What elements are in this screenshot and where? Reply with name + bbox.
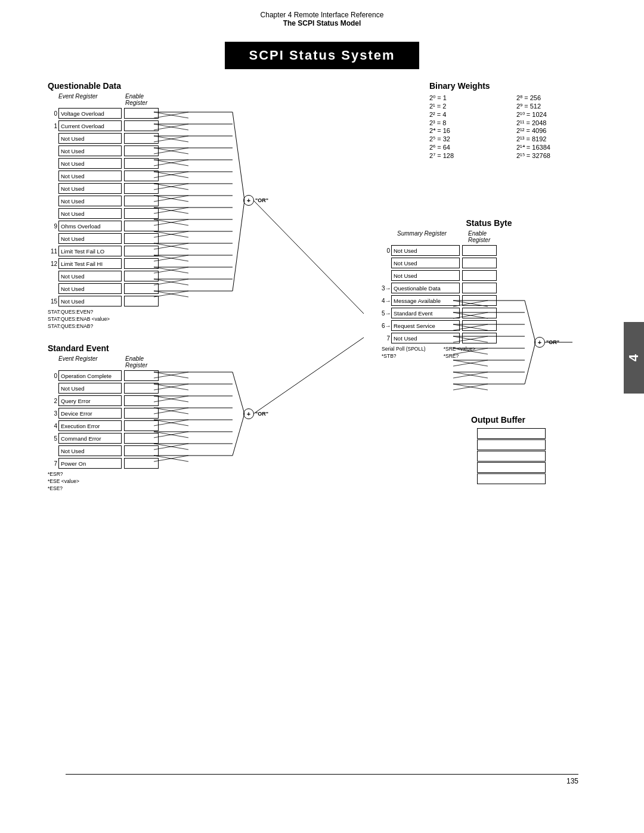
svg-line-101 xyxy=(453,372,488,378)
se-event-cell: Query Error xyxy=(58,395,122,406)
tab-number: 4 xyxy=(626,354,642,361)
bw-entry-left-5: 2⁵ = 32 xyxy=(429,135,509,143)
qd-row-6: Not Used xyxy=(48,182,239,194)
qd-reg-headers: Event Register Enable Register xyxy=(48,93,239,106)
qd-enable-cell xyxy=(124,233,159,244)
qd-enable-cell xyxy=(124,171,159,181)
qd-row-10: Not Used xyxy=(48,233,239,244)
bw-entry-right-7: 2¹⁵ = 32768 xyxy=(516,152,596,160)
qd-en-header: Enable Register xyxy=(125,93,167,106)
qd-enable-cell xyxy=(124,108,159,119)
sb-row-7: 7 Not Used xyxy=(382,332,596,344)
sb-event-cell: Not Used xyxy=(391,333,460,343)
status-byte-section: Status Byte Summary Register Enable Regi… xyxy=(382,218,596,360)
svg-line-18 xyxy=(253,200,364,314)
sb-row-num: 7 xyxy=(382,335,390,342)
qd-enable-cell xyxy=(124,133,159,144)
sb-row-num: 6→ xyxy=(382,323,390,329)
chapter-title: Chapter 4 Remote Interface Reference xyxy=(0,11,644,19)
qd-event-cell: Limit Test Fail HI xyxy=(58,258,122,269)
se-event-cell: Operation Complete xyxy=(58,370,122,381)
qd-row-5: Not Used xyxy=(48,170,239,182)
page-footer: 135 xyxy=(0,774,644,785)
se-enable-cell xyxy=(124,458,159,469)
ob-row-3 xyxy=(477,462,596,473)
main-title: SCPI Status System xyxy=(225,42,419,69)
sb-rows: 0 Not Used Not Used Not Used 3→ Question… xyxy=(382,244,596,344)
qd-event-cell: Not Used xyxy=(58,283,122,294)
sb-row-num: 5→ xyxy=(382,310,390,317)
se-enable-cell xyxy=(124,445,159,456)
sb-enable-cell xyxy=(462,333,497,343)
ob-cell xyxy=(477,473,546,484)
bw-entry-right-6: 2¹⁴ = 16384 xyxy=(516,144,596,151)
output-buffer-section: Output Buffer xyxy=(465,415,596,485)
ob-row-1 xyxy=(477,439,596,450)
qd-row-7: Not Used xyxy=(48,195,239,207)
page-number: 135 xyxy=(66,777,578,785)
qd-enable-cell xyxy=(124,246,159,256)
qd-row-num: 9 xyxy=(48,223,57,230)
qd-enable-cell xyxy=(124,208,159,219)
qd-event-cell: Not Used xyxy=(58,196,122,206)
qd-row-0: 0 Voltage Overload xyxy=(48,107,239,119)
qd-row-2: Not Used xyxy=(48,132,239,144)
ob-cell xyxy=(477,439,546,450)
se-event-cell: Not Used xyxy=(58,445,122,456)
se-row-6: Not Used xyxy=(48,445,239,457)
qd-enable-cell xyxy=(124,158,159,169)
ob-title: Output Buffer xyxy=(471,415,596,425)
bw-entry-left-6: 2⁶ = 64 xyxy=(429,144,509,151)
main-title-box: SCPI Status System xyxy=(0,42,644,69)
se-enable-cell xyxy=(124,433,159,444)
sb-or-gate: + "OR" xyxy=(534,337,559,348)
se-event-cell: Execution Error xyxy=(58,420,122,431)
se-reg-headers: Event Register Enable Register xyxy=(48,355,239,368)
bw-entry-left-3: 2³ = 8 xyxy=(429,119,509,126)
se-row-num: 2 xyxy=(48,398,57,404)
qd-row-14: Not Used xyxy=(48,283,239,295)
qd-event-cell: Not Used xyxy=(58,271,122,281)
qd-row-13: Not Used xyxy=(48,270,239,282)
qd-row-15: 15 Not Used xyxy=(48,295,239,307)
svg-line-104 xyxy=(453,384,488,390)
sb-event-cell: Message Available xyxy=(391,295,460,306)
ob-row-4 xyxy=(477,473,596,484)
bw-entry-left-1: 2¹ = 2 xyxy=(429,103,509,110)
se-title: Standard Event xyxy=(48,343,239,353)
qd-ev-header: Event Register xyxy=(58,93,123,106)
qd-enable-cell xyxy=(124,196,159,206)
bw-entry-right-5: 2¹³ = 8192 xyxy=(516,135,596,143)
qd-event-cell: Voltage Overload xyxy=(58,108,122,119)
se-enable-cell xyxy=(124,408,159,419)
qd-event-cell: Not Used xyxy=(58,133,122,144)
se-enable-cell xyxy=(124,370,159,381)
qd-event-cell: Not Used xyxy=(58,208,122,219)
se-row-num: 7 xyxy=(48,460,57,467)
se-row-2: 2 Query Error xyxy=(48,395,239,407)
qd-enable-cell xyxy=(124,183,159,194)
se-or-gate: + "OR" xyxy=(243,408,268,419)
qd-cmd: STAT:QUES:EVEN? STAT:QUES:ENAB <value> S… xyxy=(48,309,239,330)
sb-row-3: 3→ Questionable Data xyxy=(382,282,596,294)
sb-row-4: 4→ Message Available xyxy=(382,295,596,306)
bw-entry-right-4: 2¹² = 4096 xyxy=(516,127,596,135)
qd-row-12: 12 Limit Test Fail HI xyxy=(48,258,239,270)
bw-entry-left-0: 2⁰ = 1 xyxy=(429,94,509,102)
qd-enable-cell xyxy=(124,283,159,294)
sb-row-6: 6→ Request Service xyxy=(382,320,596,332)
sb-row-num: 3→ xyxy=(382,285,390,292)
ob-cell xyxy=(477,428,546,439)
se-ev-header: Event Register xyxy=(58,355,123,368)
qd-row-num: 0 xyxy=(48,110,57,117)
se-row-0: 0 Operation Complete xyxy=(48,370,239,382)
se-en-header: Enable Register xyxy=(125,355,167,368)
bw-entry-right-1: 2⁹ = 512 xyxy=(516,103,596,110)
qd-or-gate: + "OR" xyxy=(243,195,268,206)
se-rows: 0 Operation Complete Not Used 2 Query Er… xyxy=(48,370,239,469)
qd-event-cell: Limit Test Fail LO xyxy=(58,246,122,256)
sb-event-cell: Not Used xyxy=(391,270,460,281)
se-cmd: *ESR? *ESE <value> *ESE? xyxy=(48,471,239,493)
qd-title: Questionable Data xyxy=(48,81,239,91)
ob-cell xyxy=(477,451,546,462)
